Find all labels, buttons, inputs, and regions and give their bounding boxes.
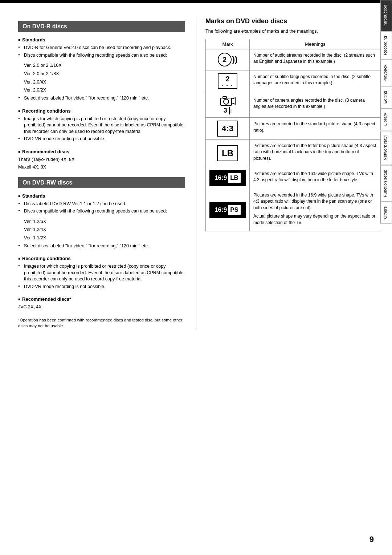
table-row: 16:9 LB Pictures are recorded in the 16:… <box>206 167 381 189</box>
marks-intro: The following are examples of marks and … <box>205 29 381 34</box>
left-column: On DVD-R discs Standards DVD-R for Gener… <box>18 17 196 329</box>
table-row: 2 )) Number of audio streams recorded in… <box>206 49 381 70</box>
dvd-r-recording-conditions: Recording conditions Images for which co… <box>18 108 185 142</box>
top-bar <box>0 0 392 3</box>
dvd-r-rec-discs-text: That's (Taiyo-Yuden) 4X, 8XMaxell 4X, 8X <box>18 157 185 171</box>
meaning-cell: Number of subtitle languages recorded in… <box>250 70 381 92</box>
version-item: Ver. 1.2/6X <box>18 218 185 225</box>
page-wrapper: IntroductionRecordingPlaybackEditingLibr… <box>0 0 392 555</box>
mark-cell: 16:9 LB <box>206 167 250 189</box>
dvd-rw-recording-conditions: Recording conditions Images for which co… <box>18 256 185 290</box>
meaning-cell: Pictures are recorded in the letter box … <box>250 139 381 167</box>
table-row: LBPictures are recorded in the letter bo… <box>206 139 381 167</box>
dvd-r-section-header: On DVD-R discs <box>18 21 185 32</box>
dvd-rw-standards-list: Discs labeled DVD-RW Ver.1.1 or 1.2 can … <box>18 201 185 215</box>
list-item: Images for which copying is prohibited o… <box>18 116 185 135</box>
marks-table: Mark Meanings 2 )) Number of audio strea… <box>205 39 381 231</box>
dvd-rw-standards-header: Standards <box>18 193 185 199</box>
list-item: Discs compatible with the following reco… <box>18 52 185 59</box>
dvd-r-standards-header: Standards <box>18 37 185 42</box>
meaning-cell: Pictures are recorded in the standard pi… <box>250 117 381 139</box>
list-item: Select discs labeled "for video," "for r… <box>18 95 185 102</box>
meaning-cell: Pictures are recorded in the 16:9 wide p… <box>250 189 381 231</box>
dvd-r-standards: Standards DVD-R for General Ver.2.0 disc… <box>18 37 185 102</box>
sidebar-tab-playback[interactable]: Playback <box>380 60 392 86</box>
dvd-rw-standards: Standards Discs labeled DVD-RW Ver.1.1 o… <box>18 193 185 250</box>
sidebar-tab-recording[interactable]: Recording <box>380 31 392 60</box>
col-meanings: Meanings <box>250 39 381 49</box>
main-content: On DVD-R discs Standards DVD-R for Gener… <box>0 17 392 340</box>
sidebar-tab-editing[interactable]: Editing <box>380 86 392 108</box>
dvd-rw-footnote: *Operation has been confirmed with recom… <box>18 317 185 329</box>
dvd-r-standards-list2: Select discs labeled "for video," "for r… <box>18 95 185 102</box>
mark-cell: 2 )) <box>206 49 250 70</box>
sidebar-tabs: IntroductionRecordingPlaybackEditingLibr… <box>380 0 392 224</box>
dvd-r-recommended: Recommended discs That's (Taiyo-Yuden) 4… <box>18 149 185 171</box>
sidebar-tab-network-navi[interactable]: Network Navi <box>380 131 392 165</box>
meaning-cell: Number of audio streams recorded in the … <box>250 49 381 70</box>
svg-rect-2 <box>223 97 226 98</box>
dvd-rw-rec-cond-list: Images for which copying is prohibited o… <box>18 263 185 290</box>
dvd-r-standards-list: DVD-R for General Ver.2.0 discs can be u… <box>18 45 185 58</box>
mark-cell: 3 | <box>206 92 250 117</box>
mark-cell: 4:3 <box>206 117 250 139</box>
list-item: DVD-VR mode recording is not possible. <box>18 284 185 290</box>
col-mark: Mark <box>206 39 250 49</box>
sidebar-tab-library[interactable]: Library <box>380 108 392 130</box>
mark-cell: 2 • • • <box>206 70 250 92</box>
mark-cell: 16:9 PS <box>206 189 250 231</box>
dvd-rw-standards-list2: Select discs labeled "for video," "for r… <box>18 243 185 250</box>
table-row: 2 • • • Number of subtitle languages rec… <box>206 70 381 92</box>
dvd-rw-recommended: Recommended discs* JVC 2X, 4X <box>18 296 185 311</box>
version-item: Ver. 2.0/2X <box>18 87 185 94</box>
dvd-rw-rec-discs-text: JVC 2X, 4X <box>18 304 185 311</box>
version-item: Ver. 1.1/2X <box>18 235 185 242</box>
dvd-rw-section-header: On DVD-RW discs <box>18 177 185 188</box>
svg-marker-3 <box>232 98 235 104</box>
version-item: Ver. 2.0 or 2.1/16X <box>18 62 185 69</box>
version-item: Ver. 2.0/4X <box>18 79 185 86</box>
list-item: Select discs labeled "for video," "for r… <box>18 243 185 250</box>
svg-point-1 <box>224 99 229 104</box>
marks-title: Marks on DVD video discs <box>205 17 381 25</box>
sidebar-tab-introduction[interactable]: Introduction <box>380 0 392 31</box>
list-item: Discs compatible with the following reco… <box>18 208 185 215</box>
rec-disc-item: JVC 2X, 4X <box>18 304 185 311</box>
rec-disc-item: Maxell 4X, 8X <box>18 164 185 171</box>
dvd-rw-rec-cond-header: Recording conditions <box>18 256 185 261</box>
right-column: Marks on DVD video discs The following a… <box>196 17 381 329</box>
mark-cell: LB <box>206 139 250 167</box>
meaning-cell: Number of camera angles recorded in the … <box>250 92 381 117</box>
dvd-r-rec-discs-header: Recommended discs <box>18 149 185 154</box>
dvd-rw-rec-discs-header: Recommended discs* <box>18 296 185 302</box>
sidebar-tab-function-setup[interactable]: Function setup <box>380 165 392 202</box>
list-item: Images for which copying is prohibited o… <box>18 263 185 283</box>
rec-disc-item: That's (Taiyo-Yuden) 4X, 8X <box>18 157 185 163</box>
list-item: Discs labeled DVD-RW Ver.1.1 or 1.2 can … <box>18 201 185 207</box>
meaning-cell: Pictures are recorded in the 16:9 wide p… <box>250 167 381 189</box>
table-row: 16:9 PS Pictures are recorded in the 16:… <box>206 189 381 231</box>
table-row: 4:3Pictures are recorded in the standard… <box>206 117 381 139</box>
camera-icon <box>219 95 237 107</box>
page-number: 9 <box>369 535 374 544</box>
version-item: Ver. 1.2/4X <box>18 226 185 233</box>
table-row: 3 | Number of camera angles recorded in … <box>206 92 381 117</box>
dvd-r-rec-cond-header: Recording conditions <box>18 108 185 114</box>
list-item: DVD-VR mode recording is not possible. <box>18 136 185 142</box>
version-item: Ver. 2.0 or 2.1/8X <box>18 70 185 77</box>
sidebar-tab-others[interactable]: Others <box>380 202 392 224</box>
list-item: DVD-R for General Ver.2.0 discs can be u… <box>18 45 185 51</box>
dvd-r-rec-cond-list: Images for which copying is prohibited o… <box>18 116 185 142</box>
